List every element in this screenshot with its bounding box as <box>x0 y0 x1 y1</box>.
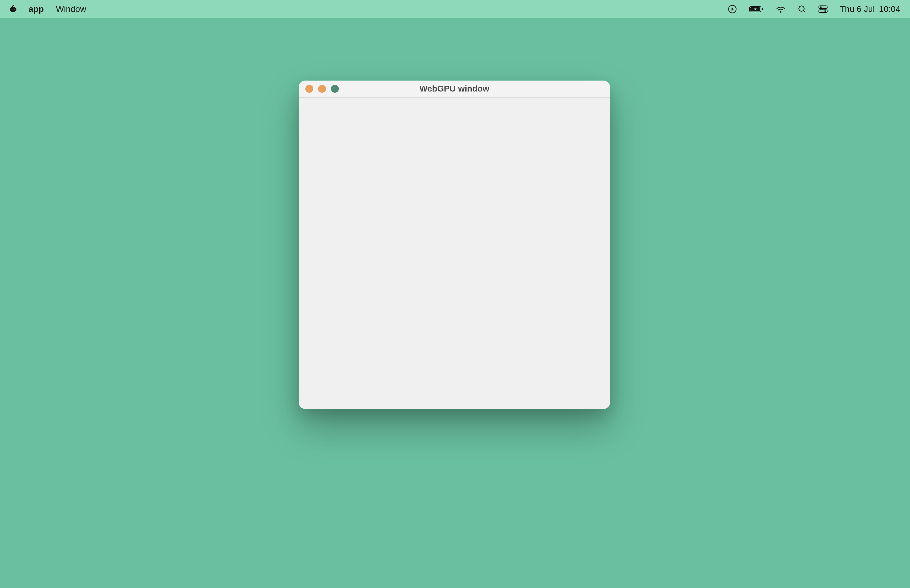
menubar-left: app Window <box>8 4 86 14</box>
svg-point-10 <box>824 10 826 12</box>
menubar-time: 10:04 <box>879 4 900 14</box>
control-center-icon[interactable] <box>818 5 828 13</box>
search-icon[interactable] <box>798 5 806 13</box>
menubar-datetime[interactable]: Thu 6 Jul 10:04 <box>840 4 900 14</box>
svg-rect-7 <box>819 6 827 8</box>
zoom-button[interactable] <box>331 85 339 93</box>
svg-point-8 <box>820 6 821 8</box>
window-content <box>299 98 610 409</box>
battery-icon[interactable] <box>749 5 764 13</box>
playback-icon[interactable] <box>728 5 737 14</box>
menubar: app Window <box>0 0 910 18</box>
menubar-app-name[interactable]: app <box>29 4 44 14</box>
svg-line-6 <box>803 11 805 13</box>
window-titlebar[interactable]: WebGPU window <box>299 81 610 98</box>
svg-rect-9 <box>819 10 827 13</box>
minimize-button[interactable] <box>318 85 326 93</box>
menubar-item-window[interactable]: Window <box>56 4 86 14</box>
svg-marker-1 <box>731 8 734 11</box>
menubar-date: Thu 6 Jul <box>840 4 875 14</box>
app-window[interactable]: WebGPU window <box>299 81 610 409</box>
traffic-lights <box>305 85 339 93</box>
svg-rect-4 <box>761 8 763 10</box>
wifi-icon[interactable] <box>776 5 786 13</box>
menubar-right: Thu 6 Jul 10:04 <box>728 4 900 14</box>
svg-point-5 <box>798 6 804 11</box>
window-title: WebGPU window <box>419 84 489 94</box>
close-button[interactable] <box>305 85 313 93</box>
desktop[interactable]: WebGPU window <box>0 18 910 588</box>
apple-icon[interactable] <box>8 5 16 13</box>
